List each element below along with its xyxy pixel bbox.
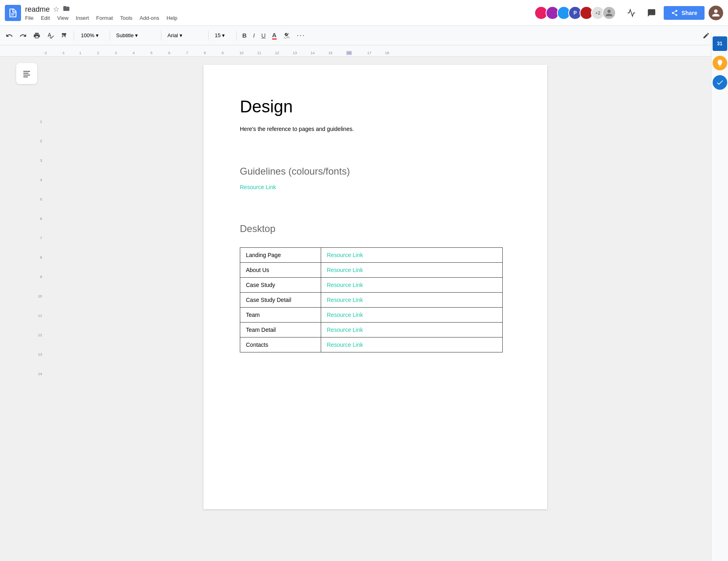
section1-resource-link[interactable]: Resource Link: [240, 184, 276, 190]
document-page: Design Here's the reference to pages and…: [203, 65, 547, 509]
menu-addons[interactable]: Add-ons: [140, 15, 159, 21]
left-panel: 1 2 3 4 5 6 7 8 9 10 11 12 13 14: [0, 57, 44, 557]
table-cell-page-6: Contacts: [240, 337, 321, 352]
zoom-chevron: ▾: [96, 32, 99, 38]
share-button-label: Share: [681, 10, 697, 16]
font-size-value: 15: [215, 32, 220, 38]
zoom-value: 100%: [81, 32, 94, 38]
toolbar-divider-1: [74, 31, 74, 40]
table-row: Team Detail Resource Link: [240, 323, 503, 337]
font-selector[interactable]: Arial ▾: [165, 29, 205, 42]
edit-pencil-button[interactable]: [700, 30, 712, 41]
table-cell-link-4[interactable]: Resource Link: [321, 308, 503, 323]
spellcheck-button[interactable]: [44, 30, 57, 41]
paint-format-button[interactable]: [58, 30, 70, 41]
print-button[interactable]: [31, 30, 43, 41]
top-bar: readme ☆ File Edit View Insert Format To…: [0, 0, 728, 26]
more-options-button[interactable]: ···: [294, 30, 308, 41]
user-avatar[interactable]: [709, 6, 723, 20]
table-cell-link-1[interactable]: Resource Link: [321, 263, 503, 278]
formatting-toolbar: 100% ▾ Subtitle ▾ Arial ▾ 15 ▾ B I U A ·…: [0, 26, 728, 45]
format-style-selector[interactable]: Subtitle ▾: [113, 29, 158, 42]
table-row: About Us Resource Link: [240, 263, 503, 278]
toolbar-divider-2: [110, 31, 110, 40]
comments-icon-button[interactable]: [643, 5, 660, 21]
table-cell-page-5: Team Detail: [240, 323, 321, 337]
menu-tools[interactable]: Tools: [120, 15, 132, 21]
folder-icon[interactable]: [63, 5, 70, 14]
collaborators-list: P +2: [534, 6, 616, 20]
section1-heading: Guidelines (colours/fonts): [240, 166, 511, 177]
font-value: Arial: [167, 32, 178, 38]
doc-title-area: readme ☆ File Edit View Insert Format To…: [25, 5, 178, 21]
underline-button[interactable]: U: [259, 30, 268, 40]
table-row: Team Resource Link: [240, 308, 503, 323]
svg-rect-4: [23, 75, 30, 76]
svg-rect-3: [23, 73, 29, 74]
trending-icon-button[interactable]: [623, 5, 639, 21]
content-area: 1 2 3 4 5 6 7 8 9 10 11 12 13 14 Design …: [0, 57, 728, 557]
table-row: Landing Page Resource Link: [240, 248, 503, 263]
table-row: Case Study Resource Link: [240, 278, 503, 293]
svg-rect-2: [23, 71, 30, 72]
font-size-selector[interactable]: 15 ▾: [212, 29, 233, 42]
document-body-text: Here's the reference to pages and guidel…: [240, 124, 511, 133]
table-row: Contacts Resource Link: [240, 337, 503, 352]
ruler: -2 -1 1 2 3 4 5 6 7 8 9 10 11 12 13 14 1…: [0, 45, 728, 57]
table-cell-page-0: Landing Page: [240, 248, 321, 263]
format-chevron: ▾: [135, 32, 138, 38]
tasks-icon[interactable]: [713, 75, 727, 90]
menu-insert[interactable]: Insert: [76, 15, 89, 21]
table-cell-page-3: Case Study Detail: [240, 293, 321, 308]
redo-button[interactable]: [17, 30, 29, 41]
menu-format[interactable]: Format: [96, 15, 113, 21]
document-outline-button[interactable]: [16, 63, 37, 84]
toolbar-divider-3: [161, 31, 161, 40]
calendar-icon[interactable]: 31: [713, 36, 727, 51]
keep-icon[interactable]: [713, 56, 727, 70]
menu-view[interactable]: View: [57, 15, 68, 21]
table-cell-link-2[interactable]: Resource Link: [321, 278, 503, 293]
star-icon[interactable]: ☆: [53, 5, 59, 14]
table-cell-page-1: About Us: [240, 263, 321, 278]
format-value: Subtitle: [116, 32, 133, 38]
google-sidebar: 31: [711, 32, 728, 561]
share-button[interactable]: Share: [664, 6, 705, 20]
svg-rect-5: [23, 76, 28, 77]
undo-button[interactable]: [3, 30, 15, 41]
menu-help[interactable]: Help: [167, 15, 178, 21]
doc-title: readme: [25, 5, 50, 14]
toolbar-divider-4: [208, 31, 209, 40]
anonymous-collaborator: [602, 6, 616, 20]
document-container: Design Here's the reference to pages and…: [44, 57, 707, 557]
app-icon: [5, 5, 21, 21]
section2-heading: Desktop: [240, 223, 511, 234]
bold-button[interactable]: B: [240, 30, 249, 40]
italic-button[interactable]: I: [251, 30, 257, 40]
font-chevron: ▾: [180, 32, 182, 38]
doc-menu: File Edit View Insert Format Tools Add-o…: [25, 15, 178, 21]
svg-rect-0: [11, 13, 15, 14]
text-color-button[interactable]: A: [270, 30, 279, 41]
size-chevron: ▾: [222, 32, 225, 38]
table-cell-link-3[interactable]: Resource Link: [321, 293, 503, 308]
table-row: Case Study Detail Resource Link: [240, 293, 503, 308]
table-cell-link-6[interactable]: Resource Link: [321, 337, 503, 352]
table-cell-link-0[interactable]: Resource Link: [321, 248, 503, 263]
table-cell-page-4: Team: [240, 308, 321, 323]
highlight-button[interactable]: [281, 30, 293, 41]
table-cell-link-5[interactable]: Resource Link: [321, 323, 503, 337]
svg-rect-1: [11, 15, 14, 15]
toolbar-divider-5: [236, 31, 237, 40]
table-cell-page-2: Case Study: [240, 278, 321, 293]
resource-table: Landing Page Resource Link About Us Reso…: [240, 247, 503, 352]
zoom-selector[interactable]: 100% ▾: [77, 29, 106, 42]
menu-edit[interactable]: Edit: [41, 15, 50, 21]
document-heading: Design: [240, 97, 511, 116]
menu-file[interactable]: File: [25, 15, 34, 21]
